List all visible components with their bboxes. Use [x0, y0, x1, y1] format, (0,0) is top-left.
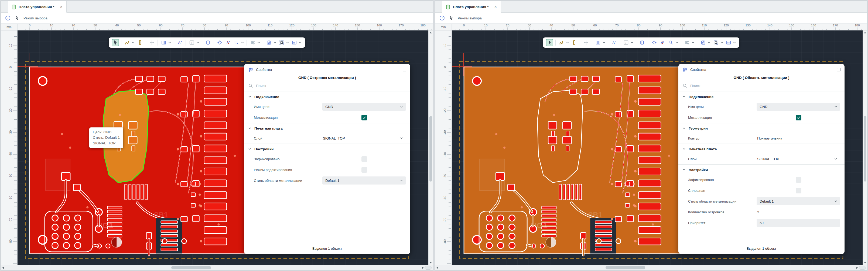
zoom-area-icon[interactable] — [667, 39, 674, 46]
scroll-up-icon[interactable] — [864, 32, 866, 33]
chevron-down-icon[interactable] — [241, 41, 244, 44]
pour-style-select[interactable]: Default 1 — [322, 176, 406, 184]
horizontal-scrollbar[interactable] — [1, 265, 433, 270]
horizontal-scrollbar[interactable] — [435, 265, 867, 270]
property-row: Количество островков 2 — [678, 207, 844, 217]
priority-input[interactable] — [756, 219, 840, 227]
float-panel-button[interactable] — [837, 68, 840, 71]
section-header[interactable]: Печатная плата — [244, 123, 410, 133]
section-header[interactable]: Настройки — [244, 144, 410, 154]
float-panel-button[interactable] — [403, 68, 406, 71]
tab-board-document[interactable]: Плата управления * × — [8, 1, 67, 13]
keepout-region-icon[interactable] — [712, 39, 719, 46]
chevron-down-icon[interactable] — [299, 41, 302, 44]
layer-select[interactable]: SIGNAL_TOP — [322, 134, 406, 142]
scroll-down-icon[interactable] — [430, 262, 432, 264]
text-orientation-icon[interactable]: A — [176, 39, 183, 46]
grid-settings-icon[interactable] — [594, 39, 601, 46]
plane-split-region-icon[interactable] — [290, 39, 298, 46]
pan-knob[interactable] — [859, 266, 866, 270]
chevron-down-icon[interactable] — [132, 41, 135, 44]
grid-settings-icon[interactable] — [160, 39, 167, 46]
metallization-checkbox[interactable] — [796, 115, 801, 121]
vertical-scrollbar[interactable] — [863, 30, 867, 265]
keepout-region-icon[interactable] — [278, 39, 285, 46]
move-selected-icon[interactable] — [582, 39, 590, 46]
section-header[interactable]: Подключение — [244, 92, 410, 101]
search-input[interactable] — [255, 83, 406, 88]
chevron-down-icon[interactable] — [566, 41, 569, 44]
pcb-canvas[interactable]: +HG1SB1 A Σ — [18, 30, 428, 265]
property-label: Сплошная — [678, 185, 753, 196]
chevron-down-icon[interactable] — [602, 41, 606, 44]
vertical-scrollbar[interactable] — [428, 30, 433, 265]
formula-editor-icon[interactable]: Σ — [622, 39, 629, 46]
chevron-down-icon[interactable] — [273, 41, 277, 44]
tab-close-icon[interactable]: × — [494, 5, 497, 9]
move-selected-icon[interactable] — [148, 39, 155, 46]
scroll-down-icon[interactable] — [864, 262, 866, 264]
chevron-down-icon[interactable] — [675, 41, 678, 44]
fixed-checkbox[interactable] — [796, 177, 801, 183]
route-interactive-icon[interactable] — [558, 39, 565, 46]
scroll-right-icon[interactable] — [422, 267, 424, 269]
layer-select[interactable]: SIGNAL_TOP — [756, 155, 840, 163]
select-cursor-icon[interactable] — [546, 39, 553, 46]
search-input[interactable] — [690, 83, 840, 88]
zoom-area-icon[interactable] — [233, 39, 240, 46]
pan-knob[interactable] — [425, 266, 432, 270]
net-name-select[interactable]: GND — [322, 103, 406, 111]
property-label: Количество островков — [678, 207, 753, 217]
route-interactive-icon[interactable] — [124, 39, 131, 46]
pour-style-select[interactable]: Default 1 — [756, 197, 840, 205]
tab-board-document[interactable]: Плата управления * × — [442, 1, 501, 13]
chevron-down-icon[interactable] — [691, 41, 694, 44]
snap-to-center-icon[interactable] — [216, 39, 223, 46]
metallization-checkbox[interactable] — [362, 115, 367, 121]
chevron-down-icon[interactable] — [708, 41, 711, 44]
info-icon[interactable]: i — [5, 15, 10, 21]
chevron-down-icon[interactable] — [257, 41, 260, 44]
polyline-segment-icon[interactable] — [224, 39, 232, 46]
ruler-unit-label: mm — [1, 24, 18, 30]
vertical-scroll-thumb[interactable] — [429, 116, 432, 181]
snap-to-center-icon[interactable] — [650, 39, 658, 46]
edit-mode-checkbox[interactable] — [362, 167, 367, 173]
section-header[interactable]: Настройки — [678, 165, 844, 174]
formula-editor-icon[interactable]: Σ — [188, 39, 195, 46]
info-icon[interactable]: i — [439, 15, 445, 21]
solid-checkbox[interactable] — [796, 188, 801, 194]
scroll-up-icon[interactable] — [430, 32, 432, 33]
pcb-canvas[interactable]: +HG1SB1 A Σ — [452, 30, 863, 265]
section-header[interactable]: Подключение — [678, 92, 844, 101]
select-cursor-icon[interactable] — [112, 39, 119, 46]
chevron-down-icon[interactable] — [630, 41, 633, 44]
chevron-down-icon[interactable] — [196, 41, 199, 44]
scroll-right-icon[interactable] — [857, 267, 858, 269]
text-orientation-icon[interactable]: A — [611, 39, 618, 46]
measure-ruler-icon[interactable] — [570, 39, 578, 46]
chevron-down-icon[interactable] — [720, 41, 723, 44]
scroll-left-icon[interactable] — [436, 267, 438, 269]
chevron-down-icon[interactable] — [286, 41, 289, 44]
measure-ruler-icon[interactable] — [136, 39, 144, 46]
net-name-select[interactable]: GND — [756, 103, 840, 111]
horizontal-scroll-thumb[interactable] — [171, 266, 211, 269]
net-filter-icon[interactable] — [249, 39, 256, 46]
chevron-down-icon[interactable] — [733, 41, 736, 44]
copper-pour-region-icon[interactable] — [700, 39, 707, 46]
tab-close-icon[interactable]: × — [60, 5, 62, 9]
section-header[interactable]: Печатная плата — [678, 144, 844, 154]
polyline-segment-icon[interactable] — [659, 39, 666, 46]
vertical-scroll-thumb[interactable] — [864, 116, 866, 181]
horizontal-scroll-thumb[interactable] — [606, 266, 645, 269]
component-placement-icon[interactable] — [204, 39, 212, 46]
section-header[interactable]: Геометрия — [678, 123, 844, 133]
plane-split-region-icon[interactable] — [725, 39, 732, 46]
fixed-checkbox[interactable] — [362, 156, 367, 162]
scroll-left-icon[interactable] — [2, 267, 4, 269]
component-placement-icon[interactable] — [639, 39, 646, 46]
copper-pour-region-icon[interactable] — [265, 39, 273, 46]
net-filter-icon[interactable] — [683, 39, 690, 46]
chevron-down-icon[interactable] — [168, 41, 171, 44]
